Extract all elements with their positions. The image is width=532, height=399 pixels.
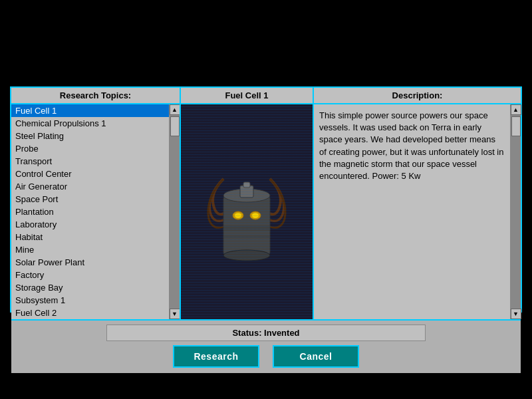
item-title: Fuel Cell 1: [181, 88, 313, 104]
status-bar: Status: Invented: [106, 325, 426, 341]
list-item[interactable]: Subsystem 1: [11, 294, 169, 307]
svg-point-2: [223, 250, 270, 261]
scroll-down-btn[interactable]: ▼: [170, 309, 180, 319]
desc-scroll-track: [511, 115, 521, 309]
list-item[interactable]: Solar Power Plant: [11, 256, 169, 269]
list-item[interactable]: Transport: [11, 155, 169, 168]
svg-point-8: [252, 213, 259, 218]
desc-scroll-thumb[interactable]: [511, 116, 521, 136]
desc-scrollbar[interactable]: ▲ ▼: [510, 104, 521, 319]
list-item[interactable]: Probe: [11, 142, 169, 155]
list-item[interactable]: Plantation: [11, 205, 169, 218]
scroll-track: [170, 115, 180, 309]
cancel-button[interactable]: Cancel: [273, 345, 359, 368]
research-topics-header: Research Topics:: [11, 88, 180, 104]
research-button[interactable]: Research: [173, 345, 259, 368]
dialog-body: Research Topics: Fuel Cell 1Chemical Pro…: [11, 88, 521, 319]
svg-rect-4: [243, 182, 250, 188]
description-header: Description:: [314, 88, 521, 104]
svg-rect-9: [223, 225, 270, 231]
list-item[interactable]: Steel Plating: [11, 130, 169, 142]
left-panel: Research Topics: Fuel Cell 1Chemical Pro…: [11, 88, 181, 319]
list-item[interactable]: Space Port: [11, 193, 169, 205]
middle-panel: Fuel Cell 1: [181, 88, 314, 319]
right-panel: Description: This simple power source po…: [314, 88, 521, 319]
fuel-cell-image: [203, 159, 290, 265]
research-list-container: Fuel Cell 1Chemical Propulsions 1Steel P…: [11, 104, 180, 319]
scroll-up-btn[interactable]: ▲: [170, 104, 180, 115]
item-image-area: [181, 104, 313, 319]
list-item[interactable]: Fuel Cell 2: [11, 307, 169, 319]
bottom-area: Status: Invented Research Cancel: [11, 319, 521, 373]
research-list: Fuel Cell 1Chemical Propulsions 1Steel P…: [11, 104, 169, 319]
description-wrap: This simple power source powers our spac…: [314, 104, 521, 319]
list-item[interactable]: Fuel Cell 1: [11, 104, 169, 117]
button-row: Research Cancel: [173, 345, 359, 368]
list-item[interactable]: Factory: [11, 269, 169, 281]
desc-scroll-down-btn[interactable]: ▼: [511, 309, 521, 319]
list-item[interactable]: Air Generator: [11, 180, 169, 193]
list-scrollbar[interactable]: ▲ ▼: [169, 104, 180, 319]
desc-scroll-up-btn[interactable]: ▲: [511, 104, 521, 115]
scroll-thumb[interactable]: [170, 116, 180, 136]
list-item[interactable]: Mine: [11, 243, 169, 256]
list-item[interactable]: Storage Bay: [11, 281, 169, 294]
description-text: This simple power source powers our spac…: [314, 104, 510, 319]
list-item[interactable]: Laboratory: [11, 218, 169, 231]
svg-point-7: [235, 213, 241, 218]
svg-rect-10: [223, 235, 270, 238]
list-item[interactable]: Habitat: [11, 231, 169, 243]
research-dialog: Research Topics: Fuel Cell 1Chemical Pro…: [10, 86, 522, 313]
list-item[interactable]: Chemical Propulsions 1: [11, 117, 169, 130]
list-item[interactable]: Control Center: [11, 168, 169, 180]
